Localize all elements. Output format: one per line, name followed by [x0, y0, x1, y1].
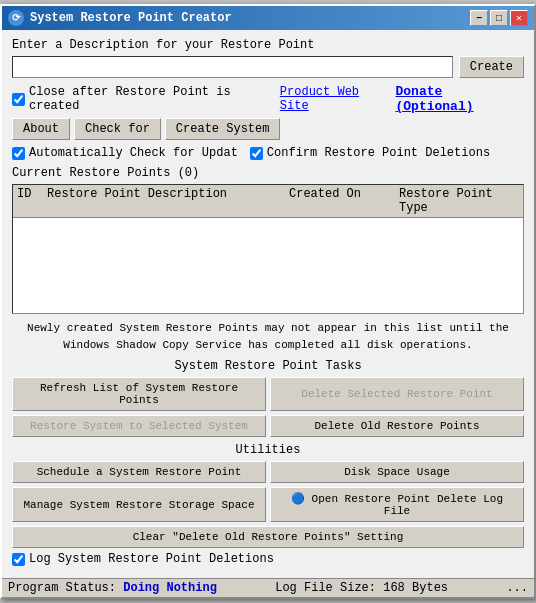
info-text: Newly created System Restore Points may … [12, 320, 524, 353]
status-value: Doing Nothing [123, 581, 217, 595]
confirm-delete-label: Confirm Restore Point Deletions [267, 146, 490, 160]
confirm-delete-checkbox[interactable] [250, 147, 263, 160]
open-log-icon: 🔵 [291, 493, 312, 505]
status-bar: Program Status: Doing Nothing Log File S… [2, 578, 534, 597]
auto-check-checkbox[interactable] [12, 147, 25, 160]
confirm-delete-item: Confirm Restore Point Deletions [250, 146, 490, 160]
program-status-label: Program Status: [8, 581, 116, 595]
log-deletions-label: Log System Restore Point Deletions [29, 552, 274, 566]
open-log-button[interactable]: 🔵 Open Restore Point Delete Log File [270, 487, 524, 522]
title-buttons: − □ ✕ [470, 10, 528, 26]
close-after-label: Close after Restore Point is created [29, 85, 280, 113]
create-system-button[interactable]: Create System [165, 118, 281, 140]
main-button-row: About Check for Create System [12, 118, 524, 140]
status-text: Program Status: Doing Nothing [8, 581, 217, 595]
restore-points-table[interactable]: ID Restore Point Description Created On … [12, 184, 524, 314]
main-window: ⟳ System Restore Point Creator − □ ✕ Ent… [0, 4, 536, 599]
delete-selected-button[interactable]: Delete Selected Restore Point [270, 377, 524, 411]
links-area: Product Web Site Donate (Optional) [280, 84, 524, 114]
current-rp-label: Current Restore Points (0) [12, 166, 524, 180]
manage-button[interactable]: Manage System Restore Storage Space [12, 487, 266, 522]
task-grid: Refresh List of System Restore Points De… [12, 377, 524, 437]
utilities-title: Utilities [12, 443, 524, 457]
log-check-row: Log System Restore Point Deletions [12, 552, 524, 566]
minimize-button[interactable]: − [470, 10, 488, 26]
refresh-list-button[interactable]: Refresh List of System Restore Points [12, 377, 266, 411]
close-checkbox-row: Close after Restore Point is created Pro… [12, 84, 524, 114]
title-bar: ⟳ System Restore Point Creator − □ ✕ [2, 6, 534, 30]
col-header-created: Created On [289, 187, 399, 215]
delete-old-button[interactable]: Delete Old Restore Points [270, 415, 524, 437]
col-header-id: ID [17, 187, 47, 215]
description-label: Enter a Description for your Restore Poi… [12, 38, 524, 52]
tasks-title: System Restore Point Tasks [12, 359, 524, 373]
disk-space-button[interactable]: Disk Space Usage [270, 461, 524, 483]
maximize-button[interactable]: □ [490, 10, 508, 26]
check-for-button[interactable]: Check for [74, 118, 161, 140]
description-row: Create [12, 56, 524, 78]
auto-check-row: Automatically Check for Updat Confirm Re… [12, 146, 524, 160]
close-checkbox-left: Close after Restore Point is created [12, 85, 280, 113]
about-button[interactable]: About [12, 118, 70, 140]
table-header: ID Restore Point Description Created On … [13, 185, 523, 218]
close-after-checkbox[interactable] [12, 93, 25, 106]
content-area: Enter a Description for your Restore Poi… [2, 30, 534, 578]
title-bar-left: ⟳ System Restore Point Creator [8, 10, 232, 26]
create-button[interactable]: Create [459, 56, 524, 78]
description-input[interactable] [12, 56, 453, 78]
schedule-button[interactable]: Schedule a System Restore Point [12, 461, 266, 483]
log-deletions-checkbox[interactable] [12, 553, 25, 566]
window-title: System Restore Point Creator [30, 11, 232, 25]
table-body [13, 218, 523, 314]
donate-link[interactable]: Donate (Optional) [395, 84, 524, 114]
clear-button[interactable]: Clear "Delete Old Restore Points" Settin… [12, 526, 524, 548]
col-header-desc: Restore Point Description [47, 187, 289, 215]
utilities-grid: Schedule a System Restore Point Disk Spa… [12, 461, 524, 548]
col-header-type: Restore Point Type [399, 187, 519, 215]
app-icon: ⟳ [8, 10, 24, 26]
product-website-link[interactable]: Product Web Site [280, 85, 392, 113]
close-button[interactable]: ✕ [510, 10, 528, 26]
log-file-size: Log File Size: 168 Bytes [275, 581, 448, 595]
auto-check-item: Automatically Check for Updat [12, 146, 238, 160]
auto-check-label: Automatically Check for Updat [29, 146, 238, 160]
status-ellipsis: ... [506, 581, 528, 595]
restore-system-button[interactable]: Restore System to Selected System [12, 415, 266, 437]
